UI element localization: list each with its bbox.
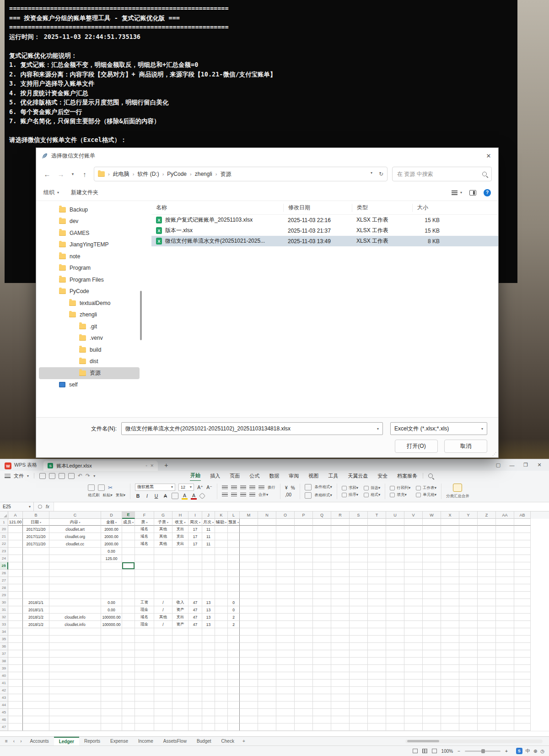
cell-D25[interactable]: [101, 562, 122, 570]
cell-X29[interactable]: [441, 592, 459, 599]
cell-I42[interactable]: [188, 687, 202, 694]
cell-AB23[interactable]: [514, 548, 531, 555]
cell-Q38[interactable]: [313, 658, 331, 665]
cell-V30[interactable]: [404, 599, 423, 606]
row-number[interactable]: 32: [0, 614, 8, 621]
cell-S25[interactable]: [350, 562, 368, 570]
cell-O21[interactable]: [276, 533, 295, 540]
row-number[interactable]: 38: [0, 658, 8, 665]
cell-W38[interactable]: [423, 658, 441, 665]
cell-A26[interactable]: [8, 570, 23, 577]
cell-O45[interactable]: [276, 709, 295, 716]
cell-R38[interactable]: [331, 658, 350, 665]
cell-AA31[interactable]: [496, 606, 514, 614]
cell-G22[interactable]: 其他: [154, 540, 172, 548]
cell-E29[interactable]: [122, 592, 135, 599]
cell-H38[interactable]: [172, 658, 188, 665]
cell-B29[interactable]: [23, 592, 49, 599]
cells-button[interactable]: 单元格▾: [423, 492, 436, 498]
cell-N43[interactable]: [258, 694, 276, 702]
column-header-N[interactable]: N: [258, 511, 276, 519]
cell-O40[interactable]: [276, 672, 295, 680]
comma-format-button[interactable]: ,00: [285, 492, 291, 497]
file-row[interactable]: X按账户复式记账账单_20251103.xlsx2025-11-03 22:16…: [151, 215, 498, 225]
cell-D41[interactable]: [101, 680, 122, 687]
cell-M44[interactable]: [240, 702, 258, 709]
format-painter-button[interactable]: 格式刷: [88, 493, 100, 498]
tree-item--git[interactable]: .git: [39, 321, 140, 332]
tab-页面[interactable]: 页面: [229, 471, 240, 481]
cell-Z34[interactable]: [478, 628, 496, 636]
cell-E36[interactable]: [122, 643, 135, 650]
cell-AA38[interactable]: [496, 658, 514, 665]
cell-Z38[interactable]: [478, 658, 496, 665]
row-number[interactable]: 39: [0, 665, 8, 672]
cell-J35[interactable]: [202, 636, 215, 643]
chevron-down-icon[interactable]: ▾: [27, 474, 29, 478]
filter-icon[interactable]: ▾: [115, 521, 117, 524]
cell-M30[interactable]: [240, 599, 258, 606]
cell-X45[interactable]: [441, 709, 459, 716]
cell-J29[interactable]: [202, 592, 215, 599]
cell-S44[interactable]: [350, 702, 368, 709]
cell-K26[interactable]: [215, 570, 228, 577]
cell-H41[interactable]: [172, 680, 188, 687]
cell-X44[interactable]: [441, 702, 459, 709]
cell-P32[interactable]: [295, 614, 313, 621]
breadcrumb-segment[interactable]: 软件 (D:): [137, 170, 159, 178]
cell-T38[interactable]: [368, 658, 386, 665]
column-header-Y[interactable]: Y: [459, 511, 478, 519]
cell-J26[interactable]: [202, 570, 215, 577]
cell-O36[interactable]: [276, 643, 295, 650]
copy-icon[interactable]: [98, 484, 105, 491]
cell-X36[interactable]: [441, 643, 459, 650]
cell-I46[interactable]: [188, 716, 202, 723]
cell-F31[interactable]: 现金: [135, 606, 154, 614]
cell-G32[interactable]: 其他: [154, 614, 172, 621]
cell-W26[interactable]: [423, 570, 441, 577]
cell-N37[interactable]: [258, 650, 276, 658]
paste-button[interactable]: 粘贴▾: [103, 493, 113, 498]
cell-L24[interactable]: [228, 555, 240, 562]
tree-item-self[interactable]: self: [39, 379, 140, 391]
cell-A36[interactable]: [8, 643, 23, 650]
row-number[interactable]: 24: [0, 555, 8, 562]
cell-Z31[interactable]: [478, 606, 496, 614]
cell-S37[interactable]: [350, 650, 368, 658]
cell-D46[interactable]: [101, 716, 122, 723]
cell-N28[interactable]: [258, 584, 276, 592]
cell-AB33[interactable]: [514, 621, 531, 628]
cell-H42[interactable]: [172, 687, 188, 694]
cell-AB38[interactable]: [514, 658, 531, 665]
cell-S38[interactable]: [350, 658, 368, 665]
cell-P22[interactable]: [295, 540, 313, 548]
italic-button[interactable]: I: [144, 493, 150, 499]
cell-O39[interactable]: [276, 665, 295, 672]
cell-K36[interactable]: [215, 643, 228, 650]
column-header-P[interactable]: P: [295, 511, 313, 519]
column-header-L[interactable]: L: [228, 511, 240, 519]
cell-G21[interactable]: 其他: [154, 533, 172, 540]
cell-X33[interactable]: [441, 621, 459, 628]
cell-AA21[interactable]: [496, 533, 514, 540]
cell-V21[interactable]: [404, 533, 423, 540]
cell-W21[interactable]: [423, 533, 441, 540]
cell-E28[interactable]: [122, 584, 135, 592]
cell-Z41[interactable]: [478, 680, 496, 687]
filter-icon[interactable]: ▾: [40, 521, 41, 524]
cell-H40[interactable]: [172, 672, 188, 680]
cell-G31[interactable]: /: [154, 606, 172, 614]
cell-M20[interactable]: [240, 526, 258, 533]
cell-H23[interactable]: [172, 548, 188, 555]
cell-V35[interactable]: [404, 636, 423, 643]
cell-M46[interactable]: [240, 716, 258, 723]
cell-J32[interactable]: 13: [202, 614, 215, 621]
cell-L43[interactable]: [228, 694, 240, 702]
cell-A41[interactable]: [8, 680, 23, 687]
cell-A28[interactable]: [8, 584, 23, 592]
breadcrumb-segment[interactable]: 资源: [220, 170, 231, 178]
row-number[interactable]: 37: [0, 650, 8, 658]
cell-X35[interactable]: [441, 636, 459, 643]
cell-M34[interactable]: [240, 628, 258, 636]
cell-X28[interactable]: [441, 584, 459, 592]
